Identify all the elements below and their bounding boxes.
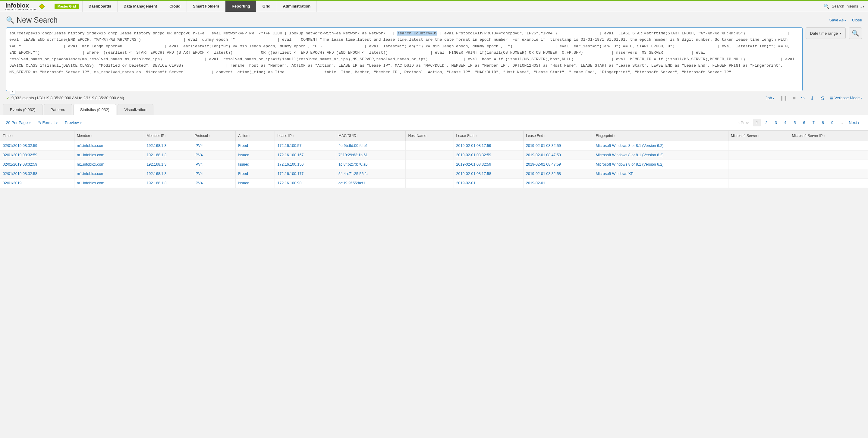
cell-fp[interactable]: Microsoft Windows XP bbox=[593, 169, 728, 178]
cell-time[interactable]: 02/01/2019 08:32:58 bbox=[0, 169, 74, 178]
cell-fp[interactable]: Microsoft Windows 8 or 8.1 (Version 6.2) bbox=[593, 141, 728, 150]
cell-mip[interactable]: 192.168.1.3 bbox=[144, 150, 192, 159]
nav-tab-cloud[interactable]: Cloud bbox=[163, 1, 187, 12]
cell-mac[interactable]: 7f:19:29:63:1b:61 bbox=[336, 150, 405, 159]
cell-proto[interactable]: IPV4 bbox=[192, 178, 236, 187]
pager-page-5[interactable]: 5 bbox=[791, 119, 798, 126]
cell-mac[interactable]: cc:19:9f:55:fa:f1 bbox=[336, 178, 405, 187]
time-range-picker[interactable]: Date time range bbox=[806, 27, 846, 39]
cell-time[interactable]: 02/01/2019 08:32:59 bbox=[0, 150, 74, 159]
col-header[interactable]: Microsoft Server IP↕ bbox=[789, 130, 868, 141]
col-header[interactable]: Protocol↕ bbox=[192, 130, 236, 141]
close-button[interactable]: Close bbox=[852, 18, 862, 22]
col-header[interactable]: Member↕ bbox=[74, 130, 144, 141]
col-header[interactable]: Lease IP↕ bbox=[275, 130, 336, 141]
cell-lip[interactable]: 172.16.100.150 bbox=[275, 159, 336, 169]
pager-next[interactable]: Next › bbox=[846, 119, 862, 126]
download-icon[interactable]: ⤓ bbox=[810, 95, 814, 101]
search-icon[interactable]: 🔍 bbox=[824, 4, 830, 9]
tab-visualization[interactable]: Visualization bbox=[118, 104, 153, 115]
cell-action[interactable]: Issued bbox=[236, 178, 275, 187]
per-page-dropdown[interactable]: 20 Per Page bbox=[6, 120, 31, 125]
cell-action[interactable]: Freed bbox=[236, 169, 275, 178]
cell-mac[interactable]: 4e:9b:6d:00:fd:bf bbox=[336, 141, 405, 150]
tab-statistics[interactable]: Statistics (9,932) bbox=[73, 104, 116, 115]
cell-proto[interactable]: IPV4 bbox=[192, 150, 236, 159]
cell-ls[interactable]: 2019-02-01 08:32:59 bbox=[454, 150, 523, 159]
col-header[interactable]: Microsoft Server↕ bbox=[728, 130, 789, 141]
cell-mip[interactable]: 192.168.1.3 bbox=[144, 169, 192, 178]
col-header[interactable]: Member IP↕ bbox=[144, 130, 192, 141]
nav-tab-grid[interactable]: Grid bbox=[256, 1, 277, 12]
stop-icon[interactable]: ■ bbox=[793, 95, 796, 100]
cell-action[interactable]: Issued bbox=[236, 159, 275, 169]
cell-proto[interactable]: IPV4 bbox=[192, 169, 236, 178]
cell-lip[interactable]: 172.16.100.177 bbox=[275, 169, 336, 178]
cell-member[interactable]: m1.infoblox.com bbox=[74, 178, 144, 187]
col-header[interactable]: Lease Start↕ bbox=[454, 130, 523, 141]
pager-page-3[interactable]: 3 bbox=[772, 119, 780, 126]
cell-time[interactable]: 02/01/2019 bbox=[0, 178, 74, 187]
cell-lip[interactable]: 172.16.100.57 bbox=[275, 141, 336, 150]
pager-page-1[interactable]: 1 bbox=[753, 119, 761, 126]
cell-member[interactable]: m1.infoblox.com bbox=[74, 150, 144, 159]
cell-lip[interactable]: 172.16.100.167 bbox=[275, 150, 336, 159]
cell-ls[interactable]: 2019-02-01 08:32:59 bbox=[454, 159, 523, 169]
nav-tab-administration[interactable]: Administration bbox=[277, 1, 317, 12]
cell-member[interactable]: m1.infoblox.com bbox=[74, 159, 144, 169]
cell-lip[interactable]: 172.16.100.90 bbox=[275, 178, 336, 187]
pager-prev[interactable]: ‹ Prev bbox=[736, 119, 752, 126]
job-menu[interactable]: Job bbox=[766, 96, 774, 100]
search-mode-menu[interactable]: ▤ Verbose Mode bbox=[830, 96, 862, 100]
cell-le[interactable]: 2019-02-01 08:32:58 bbox=[524, 169, 593, 178]
col-header[interactable]: Fingerprint↕ bbox=[593, 130, 728, 141]
cell-le[interactable]: 2019-02-01 bbox=[524, 178, 593, 187]
cell-le[interactable]: 2019-02-01 08:47:59 bbox=[524, 159, 593, 169]
col-header[interactable]: Action↕ bbox=[236, 130, 275, 141]
col-header[interactable]: MAC/DUID↕ bbox=[336, 130, 405, 141]
nav-tab-dashboards[interactable]: Dashboards bbox=[82, 1, 118, 12]
cell-time[interactable]: 02/01/2019 08:32:59 bbox=[0, 141, 74, 150]
cell-fp[interactable]: Microsoft Windows 8 or 8.1 (Version 6.2) bbox=[593, 150, 728, 159]
run-search-button[interactable]: 🔍 bbox=[849, 27, 862, 39]
cell-proto[interactable]: IPV4 bbox=[192, 159, 236, 169]
nav-tab-data-management[interactable]: Data Management bbox=[117, 1, 163, 12]
cell-mac[interactable]: 54:4a:71:25:56:fc bbox=[336, 169, 405, 178]
top-search-label[interactable]: Search bbox=[832, 4, 844, 8]
user-menu[interactable]: njeans… bbox=[846, 4, 864, 8]
cell-member[interactable]: m1.infoblox.com bbox=[74, 141, 144, 150]
cell-mip[interactable]: 192.168.1.3 bbox=[144, 159, 192, 169]
cell-mac[interactable]: 1c:8f:b2:73:70:a6 bbox=[336, 159, 405, 169]
cell-action[interactable]: Freed bbox=[236, 141, 275, 150]
format-dropdown[interactable]: ✎ Format bbox=[38, 120, 58, 125]
cell-mip[interactable]: 192.168.1.3 bbox=[144, 178, 192, 187]
pager-page-7[interactable]: 7 bbox=[810, 119, 817, 126]
pause-icon[interactable]: ❚❚ bbox=[780, 95, 787, 101]
cell-ls[interactable]: 2019-02-01 08:17:58 bbox=[454, 169, 523, 178]
nav-tab-reporting[interactable]: Reporting bbox=[225, 1, 256, 12]
pager-page-9[interactable]: 9 bbox=[829, 119, 836, 126]
preview-dropdown[interactable]: Preview bbox=[65, 120, 82, 125]
print-icon[interactable]: 🖨 bbox=[820, 95, 824, 100]
pager-page-6[interactable]: 6 bbox=[800, 119, 808, 126]
col-header[interactable]: Host Name↕ bbox=[406, 130, 454, 141]
search-expand-handle[interactable]: ▾ bbox=[10, 90, 16, 94]
master-grid-badge[interactable]: Master Grid bbox=[55, 4, 79, 9]
tab-patterns[interactable]: Patterns bbox=[44, 104, 72, 115]
nav-tab-smart-folders[interactable]: Smart Folders bbox=[187, 1, 225, 12]
cell-le[interactable]: 2019-02-01 08:47:59 bbox=[524, 150, 593, 159]
pager-page-2[interactable]: 2 bbox=[763, 119, 770, 126]
cell-member[interactable]: m1.infoblox.com bbox=[74, 169, 144, 178]
pager-page-4[interactable]: 4 bbox=[781, 119, 789, 126]
cell-mip[interactable]: 192.168.1.3 bbox=[144, 141, 192, 150]
cell-action[interactable]: Issued bbox=[236, 150, 275, 159]
pager-page-8[interactable]: 8 bbox=[819, 119, 827, 126]
cell-fp[interactable]: Microsoft Windows 8 or 8.1 (Version 6.2) bbox=[593, 159, 728, 169]
cell-time[interactable]: 02/01/2019 08:32:59 bbox=[0, 159, 74, 169]
col-header[interactable]: Time↕ bbox=[0, 130, 74, 141]
tab-events[interactable]: Events (9,932) bbox=[3, 104, 42, 115]
search-query-input[interactable]: sourcetype=ib:dhcp:lease_history index=i… bbox=[6, 27, 803, 91]
cell-le[interactable]: 2019-02-01 08:32:59 bbox=[524, 141, 593, 150]
col-header[interactable]: Lease End↕ bbox=[524, 130, 593, 141]
cell-ls[interactable]: 2019-02-01 bbox=[454, 178, 523, 187]
